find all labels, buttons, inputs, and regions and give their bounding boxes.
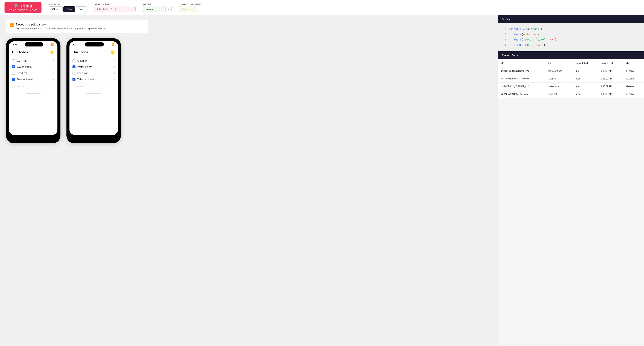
network-banner: 📶 Network is set to slow You'll notice t… (6, 20, 149, 33)
show-completed-select[interactable]: True False (179, 6, 196, 12)
cell-text: Get milk (545, 75, 573, 83)
cell-completed: true (573, 83, 598, 90)
col-id: id (498, 59, 545, 67)
phone2-avatar: 🌟 (110, 50, 115, 55)
logo-icon: 🛸 (14, 4, 19, 9)
todo-checkbox[interactable] (72, 78, 76, 81)
line-num: 3 (502, 37, 506, 42)
todo-close-icon[interactable]: × (114, 78, 115, 81)
todo-text: Take out trash (17, 78, 34, 81)
network-offline-button[interactable]: Offline (49, 6, 62, 12)
todo-text: Get milk (17, 59, 26, 62)
server-data-section: Server Data id text completed created_at… (498, 51, 644, 346)
todo-left: Get milk (72, 59, 87, 62)
line-num: 1 (502, 27, 506, 32)
todo-checkbox[interactable] (72, 65, 76, 68)
logo-subtitle: DEMO ENVIRONMENT (9, 9, 37, 11)
todo-checkbox[interactable] (72, 72, 76, 75)
show-completed-group: SHOW COMPLETED True False (179, 3, 202, 12)
phone2-body: Our Todos 🌟 Get milk × (70, 48, 118, 90)
todo-item: Water plants × (12, 64, 54, 70)
cell-id: reDYV6WZ-By8eHaZMgwx8 (498, 83, 545, 90)
query-line-2: 2 .where(undefined) (502, 32, 640, 37)
order-select-wrapper: Natural Ascending Descending (143, 6, 164, 12)
todo-text: Get milk (77, 59, 87, 62)
phone1-title-row: Our Todos 🌟 (12, 50, 54, 55)
col-text: text (545, 59, 573, 67)
cell-completed: false (573, 75, 598, 83)
phone1-bottom-bar (26, 93, 41, 94)
todo-close-icon[interactable]: × (114, 59, 115, 62)
network-fast-button[interactable]: Fast (76, 6, 87, 12)
code-line-3: .where('text', 'like', '%%') (509, 37, 556, 42)
table-row: yuDKFS0UhaPkJTx6jyvXR Feed cat false 9:4… (498, 90, 644, 98)
cell-created-at: 9:43:09 AM (598, 67, 622, 75)
todo-close-icon[interactable]: × (53, 78, 54, 81)
search-input[interactable] (94, 6, 136, 12)
phone1-status-icons: 📶 (51, 43, 54, 46)
order-label: ORDER (143, 3, 172, 5)
col-created-at: created_at (598, 59, 622, 67)
banner-title-prefix: Network is set to (16, 23, 39, 26)
banner-description: You'll notice that each app is still ful… (16, 27, 107, 30)
todo-item: Take out trash × (72, 76, 115, 82)
cell-idx: a2-server (622, 90, 644, 98)
phone1-screen: 9:41 📶 Our Todos 🌟 Get milk (9, 41, 58, 135)
todo-left: Water plants (72, 65, 92, 68)
show-completed-select-wrapper: True False (179, 6, 202, 12)
phone1-new-task[interactable]: + new task (12, 85, 54, 88)
phone1-mockup: 9:41 📶 Our Todos 🌟 Get milk (6, 38, 60, 143)
server-data-header: Server Data (498, 51, 644, 59)
code-line-4: .order('idx', 'ASC'); (509, 42, 545, 48)
logo-title: 🛸 Triplit (9, 4, 37, 9)
todo-left: Water plants (12, 65, 32, 68)
main-content: 📶 Network is set to slow You'll notice t… (0, 15, 644, 346)
show-completed-label: SHOW COMPLETED (179, 3, 202, 5)
order-select[interactable]: Natural Ascending Descending (143, 6, 164, 12)
todo-close-icon[interactable]: × (114, 65, 115, 68)
cell-idx: a3-server (622, 67, 644, 75)
todo-item: Feed cat × (12, 70, 54, 76)
todo-close-icon[interactable]: × (53, 59, 54, 62)
todo-close-icon[interactable]: × (53, 72, 54, 75)
cell-id: lNluD8Zg45wUb3L0eXPdT (498, 75, 545, 83)
todo-close-icon[interactable]: × (114, 72, 115, 75)
todo-item: Get milk × (72, 58, 115, 64)
query-line-4: 4 .order('idx', 'ASC'); (502, 42, 640, 48)
todo-checkbox[interactable] (72, 59, 76, 62)
query-line-3: 3 .where('text', 'like', '%%') (502, 37, 640, 42)
banner-title-bold: slow (39, 23, 46, 26)
cell-idx: a0-server (622, 75, 644, 83)
phone2-bottom-bar (86, 93, 101, 94)
todo-left: Feed cat (12, 72, 27, 75)
todo-text: Water plants (17, 65, 32, 68)
cell-text: Water plants (545, 83, 573, 90)
phone2-screen: 9:41 📶 Our Todos 🌟 Get milk (70, 41, 118, 135)
cell-completed: false (573, 90, 598, 98)
table-row: ZAeja_bxztkZumiYMHT0z Take out trash tru… (498, 67, 644, 75)
todo-item: Take out trash × (12, 76, 54, 82)
network-slow-button[interactable]: Slow (63, 6, 75, 12)
table-header-row: id text completed created_at idx (498, 59, 644, 67)
todo-checkbox[interactable] (12, 78, 15, 81)
query-line-1: 1 client.query('todos') (502, 27, 640, 32)
code-line-2: .where(undefined) (509, 32, 539, 37)
phone2-title-row: Our Todos 🌟 (72, 50, 115, 55)
order-sort-button[interactable]: ↕ (166, 6, 172, 12)
line-num: 4 (502, 42, 506, 48)
left-panel: 📶 Network is set to slow You'll notice t… (0, 15, 498, 346)
phone2-mockup: 9:41 📶 Our Todos 🌟 Get milk (66, 38, 121, 143)
todo-text: Feed cat (17, 72, 27, 75)
cell-id: yuDKFS0UhaPkJTx6jyvXR (498, 90, 545, 98)
phone2-new-task[interactable]: + new task (72, 85, 115, 88)
query-section: Query 1 client.query('todos') 2 .where(u… (498, 15, 644, 51)
todo-left: Take out trash (12, 78, 34, 81)
todo-checkbox[interactable] (12, 59, 15, 62)
order-group: ORDER Natural Ascending Descending ↕ (143, 3, 172, 12)
network-buttons: Offline Slow Fast (49, 6, 87, 12)
todo-checkbox[interactable] (12, 65, 15, 68)
todo-text: Take out trash (77, 78, 94, 81)
todo-close-icon[interactable]: × (53, 65, 54, 68)
todo-checkbox[interactable] (12, 72, 15, 75)
cell-created-at: 9:43:09 AM (598, 75, 622, 83)
